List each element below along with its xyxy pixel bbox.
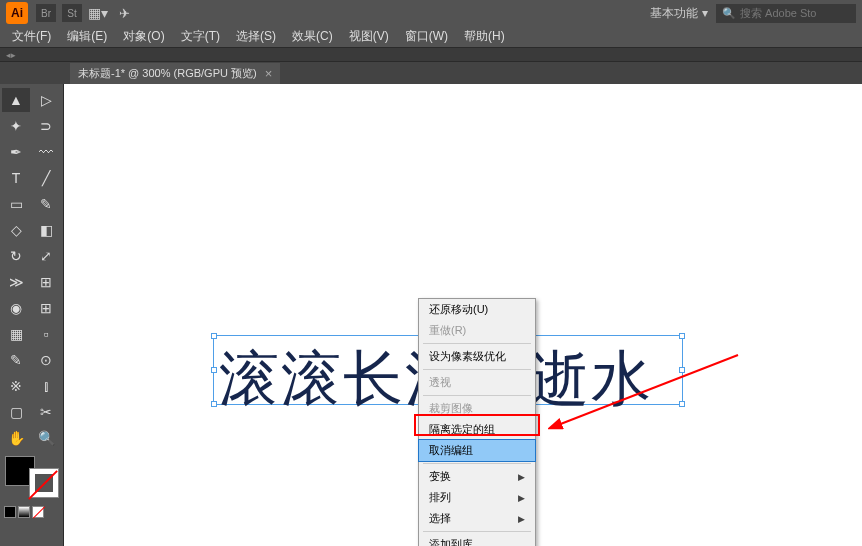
toolbox: ▲▷ ✦⊃ ✒〰 T╱ ▭✎ ◇◧ ↻⤢ ≫⊞ ◉⊞ ▦▫ ✎⊙ ※⫿ ▢✂ ✋… <box>0 84 64 546</box>
chevron-right-icon: ▶ <box>518 472 525 482</box>
symbol-sprayer-tool[interactable]: ※ <box>2 374 30 398</box>
ctx-select[interactable]: 选择▶ <box>419 508 535 529</box>
menu-window[interactable]: 窗口(W) <box>397 26 456 47</box>
menu-object[interactable]: 对象(O) <box>115 26 172 47</box>
perspective-grid-tool[interactable]: ⊞ <box>32 296 60 320</box>
ctx-isolate[interactable]: 隔离选定的组 <box>419 419 535 440</box>
stock-icon[interactable]: St <box>62 4 82 22</box>
blend-tool[interactable]: ⊙ <box>32 348 60 372</box>
lasso-tool[interactable]: ⊃ <box>32 114 60 138</box>
document-tab[interactable]: 未标题-1* @ 300% (RGB/GPU 预览) × <box>70 63 280 84</box>
chevron-down-icon: ▾ <box>702 6 708 20</box>
ai-logo: Ai <box>6 2 28 24</box>
zoom-tool[interactable]: 🔍 <box>32 426 60 450</box>
shape-builder-tool[interactable]: ◉ <box>2 296 30 320</box>
eyedropper-tool[interactable]: ✎ <box>2 348 30 372</box>
search-icon: 🔍 <box>722 7 736 20</box>
free-transform-tool[interactable]: ⊞ <box>32 270 60 294</box>
paintbrush-tool[interactable]: ✎ <box>32 192 60 216</box>
pen-tool[interactable]: ✒ <box>2 140 30 164</box>
curvature-tool[interactable]: 〰 <box>32 140 60 164</box>
mesh-tool[interactable]: ▦ <box>2 322 30 346</box>
mini-swatch-2[interactable] <box>18 506 30 518</box>
workspace-switcher[interactable]: 基本功能 ▾ <box>642 3 716 24</box>
workspace-label: 基本功能 <box>650 5 698 22</box>
ctx-transform[interactable]: 变换▶ <box>419 466 535 487</box>
bridge-icon[interactable]: Br <box>36 4 56 22</box>
ctx-arrange[interactable]: 排列▶ <box>419 487 535 508</box>
width-tool[interactable]: ≫ <box>2 270 30 294</box>
close-icon[interactable]: × <box>265 66 273 81</box>
shaper-tool[interactable]: ◇ <box>2 218 30 242</box>
chevron-right-icon: ▶ <box>518 514 525 524</box>
ctx-crop: 裁剪图像 <box>419 398 535 419</box>
menu-select[interactable]: 选择(S) <box>228 26 284 47</box>
mini-swatch-1[interactable] <box>4 506 16 518</box>
color-swatch[interactable] <box>3 456 61 498</box>
scale-tool[interactable]: ⤢ <box>32 244 60 268</box>
column-graph-tool[interactable]: ⫿ <box>32 374 60 398</box>
menu-edit[interactable]: 编辑(E) <box>59 26 115 47</box>
ctx-ungroup[interactable]: 取消编组 <box>418 439 536 462</box>
ctx-redo: 重做(R) <box>419 320 535 341</box>
control-bar: ◂▸ <box>0 48 862 62</box>
menu-effect[interactable]: 效果(C) <box>284 26 341 47</box>
gpu-icon[interactable]: ✈ <box>114 4 134 22</box>
selection-tool[interactable]: ▲ <box>2 88 30 112</box>
context-menu: 还原移动(U) 重做(R) 设为像素级优化 透视 裁剪图像 隔离选定的组 取消编… <box>418 298 536 546</box>
search-input[interactable]: 🔍 搜索 Adobe Sto <box>716 4 856 23</box>
tab-title: 未标题-1* @ 300% (RGB/GPU 预览) <box>78 66 257 81</box>
controlbar-arrows[interactable]: ◂▸ <box>6 50 16 60</box>
magic-wand-tool[interactable]: ✦ <box>2 114 30 138</box>
rotate-tool[interactable]: ↻ <box>2 244 30 268</box>
menu-file[interactable]: 文件(F) <box>4 26 59 47</box>
ctx-pixel-perfect[interactable]: 设为像素级优化 <box>419 346 535 367</box>
menu-view[interactable]: 视图(V) <box>341 26 397 47</box>
gradient-tool[interactable]: ▫ <box>32 322 60 346</box>
line-tool[interactable]: ╱ <box>32 166 60 190</box>
slice-tool[interactable]: ✂ <box>32 400 60 424</box>
arrange-icon[interactable]: ▦▾ <box>88 4 108 22</box>
hand-tool[interactable]: ✋ <box>2 426 30 450</box>
direct-selection-tool[interactable]: ▷ <box>32 88 60 112</box>
ctx-undo[interactable]: 还原移动(U) <box>419 299 535 320</box>
type-tool[interactable]: T <box>2 166 30 190</box>
artboard-tool[interactable]: ▢ <box>2 400 30 424</box>
menubar: 文件(F) 编辑(E) 对象(O) 文字(T) 选择(S) 效果(C) 视图(V… <box>0 26 862 48</box>
ctx-perspective: 透视 <box>419 372 535 393</box>
ctx-add-library[interactable]: 添加到库 <box>419 534 535 546</box>
rectangle-tool[interactable]: ▭ <box>2 192 30 216</box>
eraser-tool[interactable]: ◧ <box>32 218 60 242</box>
search-placeholder: 搜索 Adobe Sto <box>740 6 816 21</box>
chevron-right-icon: ▶ <box>518 493 525 503</box>
mini-swatch-3[interactable] <box>32 506 44 518</box>
menu-type[interactable]: 文字(T) <box>173 26 228 47</box>
menu-help[interactable]: 帮助(H) <box>456 26 513 47</box>
